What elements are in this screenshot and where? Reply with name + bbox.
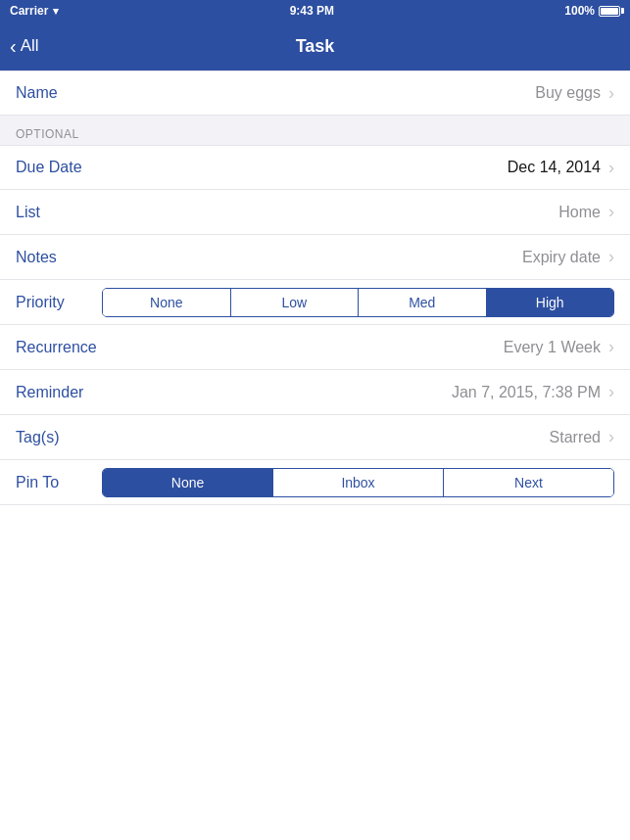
- reminder-label: Reminder: [16, 384, 123, 401]
- tags-row[interactable]: Tag(s) Starred ›: [0, 415, 630, 460]
- pin-to-row: Pin To None Inbox Next: [0, 460, 630, 505]
- recurrence-value: Every 1 Week: [123, 339, 608, 356]
- pin-to-next-button[interactable]: Next: [444, 469, 613, 496]
- priority-none-button[interactable]: None: [103, 289, 231, 316]
- back-chevron-icon: ‹: [10, 36, 17, 56]
- status-time: 9:43 PM: [290, 4, 334, 18]
- status-right: 100%: [564, 4, 620, 18]
- list-label: List: [16, 204, 123, 221]
- pin-to-inbox-button[interactable]: Inbox: [273, 469, 444, 496]
- due-date-label: Due Date: [16, 159, 123, 176]
- notes-value: Expiry date: [123, 249, 608, 266]
- name-chevron-icon: ›: [608, 83, 614, 104]
- priority-label: Priority: [16, 294, 94, 311]
- reminder-row[interactable]: Reminder Jan 7, 2015, 7:38 PM ›: [0, 370, 630, 415]
- tags-chevron-icon: ›: [608, 427, 614, 447]
- wifi-icon: ▾: [53, 5, 59, 18]
- priority-low-button[interactable]: Low: [231, 289, 360, 316]
- list-value: Home: [123, 204, 608, 221]
- tags-value: Starred: [123, 429, 608, 446]
- back-button[interactable]: ‹ All: [10, 36, 39, 56]
- reminder-chevron-icon: ›: [608, 382, 614, 402]
- recurrence-row[interactable]: Recurrence Every 1 Week ›: [0, 325, 630, 370]
- pin-to-label: Pin To: [16, 474, 94, 491]
- status-left: Carrier ▾: [10, 4, 59, 18]
- name-label: Name: [16, 84, 123, 102]
- status-bar: Carrier ▾ 9:43 PM 100%: [0, 0, 630, 22]
- name-row[interactable]: Name Buy eggs ›: [0, 70, 630, 116]
- optional-section-header: OPTIONAL: [0, 116, 630, 145]
- priority-high-button[interactable]: High: [487, 289, 614, 316]
- list-chevron-icon: ›: [608, 202, 614, 222]
- page-title: Task: [296, 36, 335, 57]
- recurrence-chevron-icon: ›: [608, 337, 614, 357]
- list-row[interactable]: List Home ›: [0, 190, 630, 235]
- back-label: All: [21, 36, 39, 56]
- battery-icon: [599, 6, 620, 17]
- carrier-text: Carrier: [10, 4, 48, 18]
- reminder-value: Jan 7, 2015, 7:38 PM: [123, 384, 608, 401]
- content-area: Name Buy eggs › OPTIONAL Due Date Dec 14…: [0, 70, 630, 505]
- optional-label: OPTIONAL: [16, 127, 79, 141]
- nav-bar: ‹ All Task: [0, 22, 630, 70]
- tags-label: Tag(s): [16, 429, 123, 446]
- pin-to-none-button[interactable]: None: [103, 469, 273, 496]
- due-date-value: Dec 14, 2014: [123, 159, 608, 176]
- notes-chevron-icon: ›: [608, 247, 614, 267]
- notes-row[interactable]: Notes Expiry date ›: [0, 235, 630, 280]
- priority-row: Priority None Low Med High: [0, 280, 630, 325]
- priority-med-button[interactable]: Med: [359, 289, 487, 316]
- due-date-chevron-icon: ›: [608, 158, 614, 178]
- battery-percent: 100%: [564, 4, 595, 18]
- pin-to-segmented-control: None Inbox Next: [102, 468, 614, 497]
- due-date-row[interactable]: Due Date Dec 14, 2014 ›: [0, 145, 630, 190]
- priority-segmented-control: None Low Med High: [102, 288, 614, 317]
- name-value: Buy eggs: [123, 84, 608, 102]
- notes-label: Notes: [16, 249, 123, 266]
- recurrence-label: Recurrence: [16, 339, 123, 356]
